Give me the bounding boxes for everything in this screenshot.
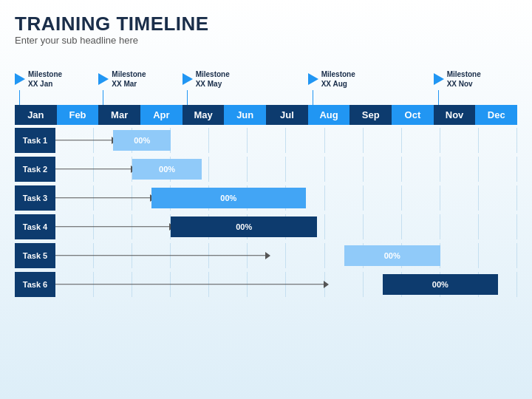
task-line-area-1: 00% <box>55 128 517 153</box>
gantt-col-11 <box>479 157 517 182</box>
month-cell-nov: Nov <box>434 105 476 125</box>
milestone-flag-4: MilestoneXX Nov <box>434 69 481 89</box>
page: TRAINING TIMELINE Enter your sub headlin… <box>0 0 532 399</box>
gantt-col-10 <box>440 243 479 268</box>
task-label-1: Task 1 <box>15 128 55 153</box>
milestones-area: MilestoneXX Jan MilestoneXX Mar Mileston… <box>15 53 517 105</box>
milestone-flag-1: MilestoneXX Mar <box>98 69 146 89</box>
month-cell-jun: Jun <box>224 105 266 125</box>
flag-icon-0 <box>15 73 25 85</box>
gantt-col-10 <box>440 157 479 182</box>
gantt-col-9 <box>402 214 440 239</box>
task-row-5: Task 500% <box>15 243 517 268</box>
task-row-4: Task 400% <box>15 214 517 239</box>
subtitle: Enter your sub headline here <box>15 35 517 46</box>
task-line-area-6: 00% <box>55 272 517 297</box>
month-cell-feb: Feb <box>57 105 99 125</box>
gantt-col-4 <box>209 128 248 153</box>
task-row-2: Task 200% <box>15 157 517 182</box>
task-label-5: Task 5 <box>15 243 55 268</box>
task-bar-3: 00% <box>151 188 305 208</box>
arrow-line-4 <box>55 226 171 228</box>
gantt-col-7 <box>325 185 364 211</box>
gantt-col-11 <box>479 128 517 153</box>
gantt-col-10 <box>440 185 479 211</box>
gantt-col-5 <box>248 128 286 153</box>
gantt-col-10 <box>440 128 479 153</box>
milestone-3: MilestoneXX Aug <box>308 53 355 105</box>
gantt-col-7 <box>325 214 364 239</box>
flag-icon-4 <box>434 73 444 85</box>
gantt-col-8 <box>364 214 402 239</box>
milestone-1: MilestoneXX Mar <box>98 53 146 105</box>
gantt-col-3 <box>171 128 209 153</box>
month-cell-mar: Mar <box>98 105 140 125</box>
arrow-line-5 <box>55 255 267 256</box>
flag-icon-2 <box>183 73 193 85</box>
flag-icon-1 <box>98 73 109 85</box>
milestone-line-3 <box>313 90 313 105</box>
milestone-line-4 <box>438 90 439 105</box>
milestone-4: MilestoneXX Nov <box>434 53 481 105</box>
month-cell-jan: Jan <box>15 105 57 125</box>
milestone-line-2 <box>187 90 188 105</box>
tasks-area: Task 100%Task 200%Task 300%Task 400%Task… <box>15 128 517 297</box>
month-cell-aug: Aug <box>308 105 350 125</box>
task-line-area-5: 00% <box>55 243 517 268</box>
gantt-col-7 <box>325 128 364 153</box>
task-row-3: Task 300% <box>15 185 517 211</box>
month-cell-jul: Jul <box>266 105 308 125</box>
gantt-col-7 <box>325 272 364 297</box>
title: TRAINING TIMELINE <box>15 13 517 35</box>
gantt-col-11 <box>479 243 517 268</box>
gantt-col-4 <box>209 157 248 182</box>
gantt-col-5 <box>248 157 286 182</box>
task-line-area-2: 00% <box>55 157 517 182</box>
task-line-area-4: 00% <box>55 214 517 239</box>
milestone-flag-2: MilestoneXX May <box>183 69 230 89</box>
gantt-col-8 <box>364 185 402 211</box>
gantt-col-9 <box>402 128 440 153</box>
gantt-col-7 <box>325 157 364 182</box>
task-bar-2: 00% <box>132 159 202 180</box>
task-bar-4: 00% <box>171 216 317 237</box>
arrow-line-1 <box>55 140 113 141</box>
month-cell-dec: Dec <box>475 105 517 125</box>
month-cell-oct: Oct <box>392 105 434 125</box>
task-label-2: Task 2 <box>15 157 55 182</box>
milestone-line-1 <box>103 90 103 105</box>
gantt-col-10 <box>440 214 479 239</box>
task-row-1: Task 100% <box>15 128 517 153</box>
flag-icon-3 <box>308 73 318 85</box>
milestone-flag-0: MilestoneXX Jan <box>15 69 62 89</box>
milestone-0: MilestoneXX Jan <box>15 53 62 105</box>
task-bar-1: 00% <box>113 130 171 151</box>
task-label-6: Task 6 <box>15 272 55 297</box>
milestone-2: MilestoneXX May <box>183 53 230 105</box>
gantt-col-11 <box>479 214 517 239</box>
arrow-head-5 <box>265 252 270 259</box>
gantt-col-6 <box>286 243 324 268</box>
gantt-col-9 <box>402 157 440 182</box>
gantt-col-11 <box>479 185 517 211</box>
task-label-4: Task 4 <box>15 214 55 239</box>
task-line-area-3: 00% <box>55 185 517 211</box>
task-row-6: Task 600% <box>15 272 517 297</box>
gantt-col-6 <box>286 128 324 153</box>
month-cell-sep: Sep <box>349 105 392 125</box>
arrow-line-2 <box>55 168 132 170</box>
month-cell-may: May <box>183 105 225 125</box>
task-bar-5: 00% <box>344 245 440 266</box>
gantt-col-8 <box>364 128 402 153</box>
milestone-flag-3: MilestoneXX Aug <box>308 69 355 89</box>
month-row: JanFebMarAprMayJunJulAugSepOctNovDec <box>15 105 517 125</box>
gantt-col-9 <box>402 185 440 211</box>
arrow-head-6 <box>324 281 329 288</box>
month-cell-apr: Apr <box>140 105 183 125</box>
task-bar-6: 00% <box>383 274 498 295</box>
task-label-3: Task 3 <box>15 185 55 211</box>
arrow-line-6 <box>55 284 325 285</box>
gantt-col-6 <box>286 157 324 182</box>
milestone-line-0 <box>19 90 20 105</box>
gantt-col-8 <box>364 157 402 182</box>
